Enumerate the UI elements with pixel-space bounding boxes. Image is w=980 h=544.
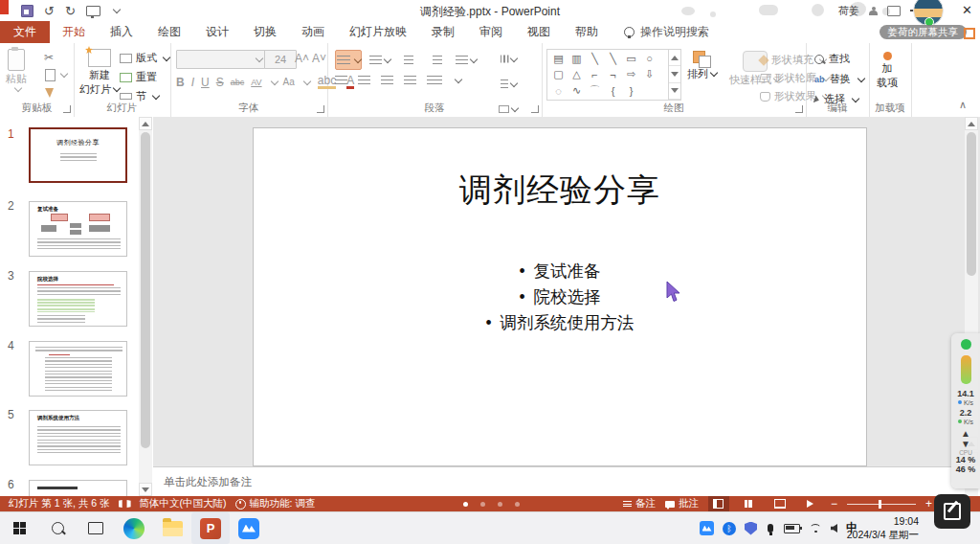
grow-font-icon[interactable]: A˄ xyxy=(295,52,309,65)
close-button[interactable]: ✕ xyxy=(962,3,972,17)
reset-button[interactable]: 重置 xyxy=(120,70,157,84)
shape-brace-left-icon[interactable]: { xyxy=(604,83,622,99)
slide-bullet-list[interactable]: •复试准备 •院校选择 •调剂系统使用方法 xyxy=(254,259,866,336)
taskbar-powerpoint-active[interactable]: P xyxy=(191,512,230,544)
task-view-button[interactable] xyxy=(77,512,115,544)
shape-elbow-icon[interactable]: ⌐ xyxy=(586,67,604,82)
decrease-indent-icon[interactable] xyxy=(398,51,419,69)
change-case-icon[interactable]: Aa xyxy=(283,77,295,87)
tab-file[interactable]: 文件 xyxy=(0,21,50,43)
shape-square-icon[interactable]: ▢ xyxy=(549,67,568,82)
layout-button[interactable]: 版式 xyxy=(120,51,169,65)
shape-elbow2-icon[interactable]: ¬ xyxy=(604,67,622,82)
microphone-icon[interactable] xyxy=(768,524,773,533)
copy-icon[interactable] xyxy=(45,69,56,81)
taskbar-edge[interactable] xyxy=(115,512,153,544)
redo-icon[interactable]: ↻ xyxy=(65,4,76,18)
paragraph-dialog-launcher-icon[interactable] xyxy=(531,105,539,113)
italic-button[interactable]: I xyxy=(191,76,194,89)
underline-button[interactable]: U xyxy=(201,76,210,89)
tab-review[interactable]: 审阅 xyxy=(467,21,515,43)
shape-textbox-icon[interactable]: ▤ xyxy=(549,51,568,66)
paste-button[interactable]: 粘贴 xyxy=(6,49,27,91)
shape-rectangle-icon[interactable]: ▭ xyxy=(622,51,640,66)
thumbnail-scrollbar[interactable] xyxy=(139,117,152,496)
shape-arrow-line-icon[interactable]: ╲ xyxy=(604,51,622,66)
wifi-icon[interactable] xyxy=(809,524,822,533)
thumbnail-slide-3[interactable]: 院校选择 xyxy=(29,271,127,327)
customize-qat-icon[interactable] xyxy=(113,6,121,13)
start-slideshow-icon[interactable] xyxy=(86,6,100,16)
spellcheck-icon[interactable] xyxy=(119,500,131,508)
tab-insert[interactable]: 插入 xyxy=(98,21,145,43)
thumbnail-slide-5[interactable]: 调剂系统使用方法 xyxy=(29,410,127,465)
shape-brace-right-icon[interactable]: } xyxy=(622,83,640,99)
new-slide-button[interactable]: 新建 幻灯片 xyxy=(79,49,120,95)
character-spacing-icon[interactable]: AV xyxy=(251,78,261,87)
undo-icon[interactable]: ↺ xyxy=(44,4,55,18)
tab-slideshow[interactable]: 幻灯片放映 xyxy=(337,21,419,43)
screen-annotation-button[interactable] xyxy=(934,494,970,529)
main-scroll-up-icon[interactable] xyxy=(965,117,978,130)
columns-icon[interactable] xyxy=(427,76,442,84)
share-display-icon[interactable] xyxy=(887,6,901,16)
bold-button[interactable]: B xyxy=(176,76,185,89)
slide-sorter-view-button[interactable] xyxy=(739,496,760,511)
shapes-scroll-up-icon[interactable] xyxy=(669,50,680,66)
shape-arrow-down-icon[interactable]: ⇩ xyxy=(640,67,658,82)
slide-canvas[interactable]: 调剂经验分享 •复试准备 •院校选择 •调剂系统使用方法 xyxy=(253,127,867,466)
align-left-icon[interactable] xyxy=(335,76,347,84)
format-painter-icon[interactable] xyxy=(45,88,54,98)
copy-dropdown-icon[interactable] xyxy=(60,70,68,78)
tray-meeting-icon[interactable] xyxy=(700,521,714,535)
taskbar-clock[interactable]: 19:04 2024/3/4 星期一 xyxy=(847,515,919,541)
tab-design[interactable]: 设计 xyxy=(193,21,241,43)
align-center-icon[interactable] xyxy=(358,76,370,84)
network-monitor-widget[interactable]: 14.1 K/s 2.2 K/s ▲ ▼ CPU 14 % 46 % xyxy=(951,333,980,488)
font-size-combobox[interactable]: 24 xyxy=(264,50,297,69)
notes-pane[interactable]: 单击此处添加备注 xyxy=(153,466,965,496)
collapse-ribbon-icon[interactable]: ∧ xyxy=(959,99,967,111)
taskbar-search-button[interactable] xyxy=(38,512,77,544)
shape-cloud-icon[interactable]: ◌ xyxy=(549,83,568,99)
main-scrollbar-thumb[interactable] xyxy=(967,132,976,276)
shape-vtextbox-icon[interactable]: ▥ xyxy=(568,51,586,66)
zoom-in-button[interactable]: + xyxy=(925,497,932,510)
shape-oval-icon[interactable]: ○ xyxy=(640,51,658,66)
zoom-slider-thumb[interactable] xyxy=(879,500,881,509)
accessibility-status[interactable]: 辅助功能: 调查 xyxy=(235,497,316,510)
align-text-icon[interactable] xyxy=(498,75,519,93)
tab-record[interactable]: 录制 xyxy=(419,21,467,43)
bluetooth-icon[interactable]: ᛒ xyxy=(723,522,736,535)
zoom-out-button[interactable]: − xyxy=(831,497,837,510)
font-name-combobox[interactable] xyxy=(176,50,266,69)
slideshow-view-button[interactable] xyxy=(800,496,821,511)
shrink-font-icon[interactable]: A˅ xyxy=(312,52,326,65)
shape-triangle-icon[interactable]: △ xyxy=(568,67,586,82)
account-icon[interactable] xyxy=(869,7,878,15)
justify-icon[interactable] xyxy=(404,76,416,84)
clipboard-dialog-launcher-icon[interactable] xyxy=(63,105,71,113)
shape-line-icon[interactable]: ╲ xyxy=(586,51,604,66)
numbering-button[interactable] xyxy=(369,51,390,69)
shapes-scroll-down-icon[interactable] xyxy=(669,66,680,82)
tab-view[interactable]: 视图 xyxy=(515,21,563,43)
paste-dropdown-icon[interactable] xyxy=(13,83,21,91)
start-button[interactable] xyxy=(0,512,38,544)
thumbnail-scroll-down-icon[interactable] xyxy=(139,483,152,496)
screen-share-stop-icon[interactable] xyxy=(964,28,975,39)
arrange-button[interactable]: 排列 xyxy=(687,51,717,80)
taskbar-meeting-app[interactable] xyxy=(230,512,268,544)
addins-button[interactable]: 加 载项 xyxy=(877,52,898,88)
save-icon[interactable] xyxy=(21,5,33,17)
shape-scribble-icon[interactable]: ∿ xyxy=(568,83,586,99)
thumbnail-slide-4[interactable] xyxy=(29,341,127,397)
tab-animations[interactable]: 动画 xyxy=(289,21,337,43)
reading-view-button[interactable] xyxy=(769,496,791,511)
font-dialog-launcher-icon[interactable] xyxy=(317,105,324,113)
notes-toggle[interactable]: 备注 xyxy=(623,497,656,510)
thumbnail-slide-2[interactable]: 复试准备 xyxy=(29,201,127,257)
tell-me-search[interactable]: 操作说明搜索 xyxy=(624,21,709,43)
shapes-gallery[interactable]: ▤ ▥ ╲ ╲ ▭ ○ ▢ △ ⌐ ¬ ⇨ ⇩ ◌ ∿ ⌒ { } xyxy=(546,49,681,101)
tab-transitions[interactable]: 切换 xyxy=(241,21,289,43)
